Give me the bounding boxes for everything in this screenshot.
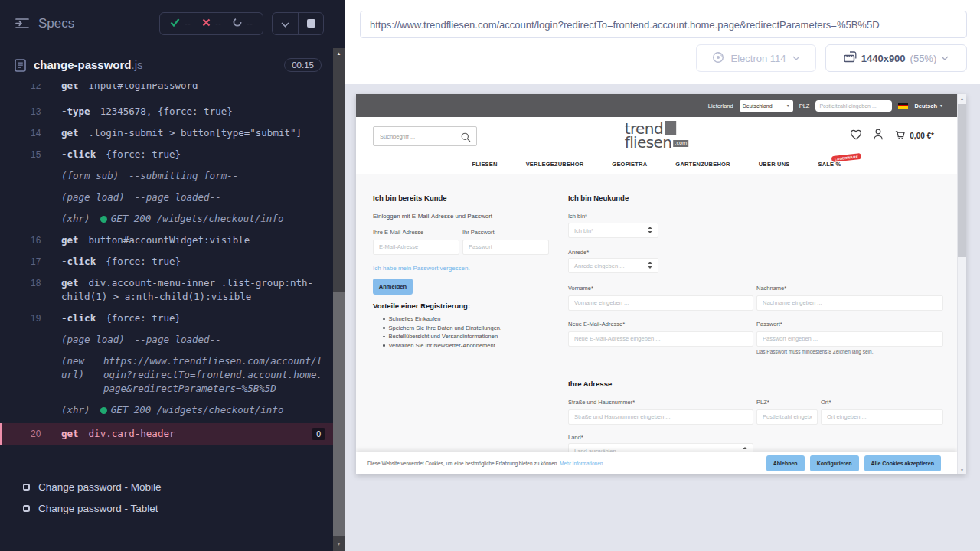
nav-item-ueber-uns[interactable]: ÜBER UNS bbox=[759, 161, 790, 168]
language-label: Deutsch bbox=[914, 103, 937, 109]
command-row[interactable]: 19 -click{force: true} bbox=[0, 308, 333, 329]
main-nav: FLIESEN VERLEGEZUBEHÖR GEOPIETRA GARTENZ… bbox=[356, 154, 957, 174]
command-row[interactable]: 12 getinput#loginPassword bbox=[0, 84, 333, 99]
command-row[interactable]: 14 get.login-submit > button[type="submi… bbox=[0, 122, 333, 144]
password-hint: Das Passwort muss mindestens 8 Zeichen l… bbox=[756, 349, 873, 354]
cookie-more-info-link[interactable]: Mehr Informationen ... bbox=[560, 461, 609, 466]
bullet-icon bbox=[383, 318, 385, 321]
search-input[interactable] bbox=[374, 127, 456, 145]
command-number: 20 bbox=[31, 427, 41, 441]
shop-topbar: Lieferland Deutschland ▼ PLZ Deutsch ▼ bbox=[356, 94, 966, 117]
spec-file-icon bbox=[15, 59, 26, 72]
command-message: 12345678, {force: true} bbox=[100, 106, 233, 117]
command-row[interactable]: 13 -type12345678, {force: true} bbox=[0, 101, 333, 122]
command-row[interactable]: 17 -click{force: true} bbox=[0, 251, 333, 272]
viewport-info[interactable]: 1440x900 (55%) bbox=[825, 44, 967, 72]
nav-item-fliesen[interactable]: FLIESEN bbox=[472, 161, 498, 168]
command-method: get bbox=[61, 84, 79, 91]
command-message: {force: true} bbox=[106, 256, 181, 267]
plz-field-input[interactable] bbox=[756, 409, 818, 425]
login-section-title: Ich bin bereits Kunde bbox=[373, 194, 447, 202]
wishlist-heart-icon[interactable] bbox=[850, 129, 862, 143]
login-password-input[interactable] bbox=[462, 240, 549, 255]
command-event-row[interactable]: (page load) --page loaded-- bbox=[0, 329, 333, 350]
nachname-input[interactable] bbox=[756, 295, 943, 311]
ort-input[interactable] bbox=[821, 409, 943, 425]
strasse-input[interactable] bbox=[568, 409, 753, 425]
event-message: https://www.trendfliesen.com/account/log… bbox=[103, 354, 322, 396]
reporter-scrollbar[interactable]: ▲ ▼ bbox=[333, 48, 345, 551]
chevron-down-icon: ▼ bbox=[939, 103, 943, 108]
scroll-down-arrow-icon[interactable]: ▼ bbox=[958, 465, 966, 474]
x-icon bbox=[202, 18, 211, 29]
plz-input[interactable] bbox=[815, 100, 892, 112]
ichbin-select[interactable]: Ich bin* bbox=[568, 223, 658, 238]
shop-logo[interactable]: trend fliesen.com bbox=[625, 121, 689, 149]
scroll-down-arrow-icon[interactable]: ▼ bbox=[333, 539, 345, 549]
test-item-tablet[interactable]: Change password - Tablet bbox=[0, 497, 333, 519]
stop-icon bbox=[307, 19, 315, 28]
scrollbar-thumb[interactable] bbox=[958, 104, 966, 257]
land-label: Land* bbox=[568, 434, 583, 441]
language-selector[interactable]: Deutsch ▼ bbox=[914, 103, 943, 109]
login-email-input[interactable] bbox=[373, 240, 459, 255]
email-label: Ihre E-Mail-Adresse bbox=[373, 229, 423, 236]
command-message: button#accountWidget:visible bbox=[89, 234, 250, 246]
command-row[interactable]: 18 getdiv.account-menu-inner .list-group… bbox=[0, 272, 333, 308]
country-select[interactable]: Deutschland ▼ bbox=[740, 100, 793, 112]
nav-item-geopietra[interactable]: GEOPIETRA bbox=[612, 161, 647, 168]
cart-widget[interactable]: 0,00 €* bbox=[894, 129, 934, 143]
nav-item-gartenzubehoer[interactable]: GARTENZUBEHÖR bbox=[675, 161, 730, 168]
anrede-select[interactable]: Anrede eingeben ... bbox=[568, 258, 658, 273]
scroll-up-arrow-icon[interactable]: ▲ bbox=[333, 48, 345, 59]
cypress-app-window: Specs -- -- -- bbox=[0, 0, 980, 551]
command-row-active[interactable]: 20 getdiv.card-header 0 bbox=[0, 423, 333, 445]
command-event-row[interactable]: (page load) --page loaded-- bbox=[0, 187, 333, 208]
plz-field-label: PLZ* bbox=[756, 399, 769, 406]
command-method: get bbox=[61, 127, 79, 139]
vorname-label: Vorname* bbox=[568, 285, 593, 292]
command-method: -type bbox=[61, 106, 90, 117]
scrollbar-thumb[interactable] bbox=[333, 292, 345, 536]
failed-count: -- bbox=[215, 18, 221, 29]
browser-selector[interactable]: Electron 114 bbox=[696, 44, 816, 72]
event-label: (page load) bbox=[61, 191, 125, 204]
command-row[interactable]: 16 getbutton#accountWidget:visible bbox=[0, 230, 333, 251]
event-message: GET 200 /widgets/checkout/info bbox=[100, 212, 322, 226]
collapse-all-button[interactable] bbox=[273, 13, 298, 34]
cookie-banner: Diese Website verwendet Cookies, um eine… bbox=[356, 452, 957, 474]
command-xhr-row[interactable]: (xhr) GET 200 /widgets/checkout/info bbox=[0, 399, 333, 421]
specs-toggle-icon[interactable] bbox=[15, 18, 30, 29]
nav-item-sale[interactable]: SALE % LAGERWARE bbox=[818, 161, 841, 168]
spec-file-row[interactable]: change-password.js 00:15 bbox=[0, 48, 333, 82]
browser-label: Electron 114 bbox=[730, 53, 786, 64]
cart-icon bbox=[894, 129, 906, 143]
chevron-down-icon bbox=[281, 17, 289, 31]
cookie-accept-all-button[interactable]: Alle Cookies akzeptieren bbox=[864, 455, 941, 471]
event-message: --page loaded-- bbox=[135, 191, 322, 204]
page-scrollbar[interactable]: ▲ ▼ bbox=[957, 94, 966, 474]
new-email-input[interactable] bbox=[568, 331, 753, 347]
test-title: Change password - Tablet bbox=[38, 503, 158, 514]
stats-box[interactable]: -- -- -- bbox=[159, 12, 263, 35]
forgot-password-link[interactable]: Ich habe mein Passwort vergessen. bbox=[373, 265, 470, 272]
search-icon[interactable] bbox=[461, 132, 471, 145]
nav-item-verlegezubehoer[interactable]: VERLEGEZUBEHÖR bbox=[526, 161, 584, 168]
ort-label: Ort* bbox=[821, 399, 831, 406]
xhr-success-dot-icon bbox=[100, 216, 107, 223]
account-person-icon[interactable] bbox=[873, 129, 884, 143]
url-input[interactable] bbox=[360, 11, 967, 38]
command-event-row[interactable]: (form sub) --submitting form-- bbox=[0, 165, 333, 187]
command-xhr-row[interactable]: (xhr) GET 200 /widgets/checkout/info bbox=[0, 208, 333, 230]
test-item-mobile[interactable]: Change password - Mobile bbox=[0, 476, 333, 497]
strasse-label: Straße und Hausnummer* bbox=[568, 399, 635, 406]
scroll-up-arrow-icon[interactable]: ▲ bbox=[958, 94, 966, 103]
cookie-configure-button[interactable]: Konfigurieren bbox=[810, 455, 859, 471]
command-new-url-row[interactable]: (new url) https://www.trendfliesen.com/a… bbox=[0, 350, 333, 399]
stop-button[interactable] bbox=[298, 13, 323, 34]
new-password-input[interactable] bbox=[756, 331, 943, 347]
login-submit-button[interactable]: Anmelden bbox=[373, 279, 413, 295]
cookie-decline-button[interactable]: Ablehnen bbox=[766, 455, 805, 471]
vorname-input[interactable] bbox=[568, 295, 753, 311]
command-row[interactable]: 15 -click{force: true} bbox=[0, 144, 333, 165]
